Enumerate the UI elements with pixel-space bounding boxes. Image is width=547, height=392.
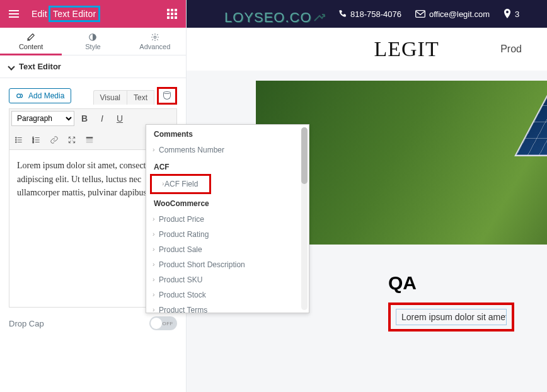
media-icon bbox=[16, 91, 25, 100]
watermark-overlay: LOYSEO.CO bbox=[224, 9, 327, 26]
underline-button[interactable]: U bbox=[112, 111, 127, 126]
svg-rect-18 bbox=[416, 11, 425, 18]
preview-brand-bar: LEGIT Prod bbox=[187, 28, 547, 71]
svg-point-5 bbox=[15, 142, 16, 143]
tab-advanced-label: Advanced bbox=[139, 43, 170, 50]
toolbar-toggle-button[interactable] bbox=[82, 132, 97, 147]
qa-highlight-box: Lorem ipsum dolor sit amet, consect bbox=[388, 303, 514, 331]
tab-advanced[interactable]: Advanced bbox=[124, 28, 186, 55]
preview-nav-item[interactable]: Prod bbox=[500, 43, 522, 55]
add-media-button[interactable]: Add Media bbox=[9, 88, 71, 103]
dyn-item-product-price[interactable]: Product Price bbox=[146, 212, 309, 227]
location-icon bbox=[504, 9, 511, 19]
chevron-down-icon bbox=[8, 63, 14, 70]
qa-section: QA Lorem ipsum dolor sit amet, consect bbox=[388, 272, 514, 331]
dyn-item-product-sku[interactable]: Product SKU bbox=[146, 272, 309, 287]
dyn-item-comments-number[interactable]: Comments Number bbox=[146, 142, 309, 158]
topbar-email-text: office@legit.com bbox=[429, 9, 490, 19]
watermark-arrow-icon bbox=[313, 12, 326, 23]
svg-rect-16 bbox=[86, 139, 93, 141]
svg-point-2 bbox=[17, 94, 21, 98]
svg-point-4 bbox=[15, 139, 16, 141]
header-title: Edit Text Editor bbox=[28, 6, 104, 22]
pencil-icon bbox=[26, 33, 35, 42]
topbar-address-text: 3 bbox=[515, 9, 519, 19]
dyn-item-product-stock[interactable]: Product Stock bbox=[146, 287, 309, 303]
svg-rect-15 bbox=[86, 137, 93, 138]
svg-rect-17 bbox=[86, 141, 93, 142]
svg-point-3 bbox=[15, 137, 16, 139]
preview-nav: Prod bbox=[500, 43, 522, 55]
add-media-label: Add Media bbox=[28, 91, 64, 100]
apps-button[interactable] bbox=[158, 9, 186, 19]
dynamic-tags-button[interactable] bbox=[157, 87, 177, 105]
dyn-cat-comments: Comments bbox=[146, 125, 309, 142]
dyn-item-product-terms[interactable]: Product Terms bbox=[146, 303, 309, 313]
mode-tab-text[interactable]: Text bbox=[127, 90, 154, 105]
dynamic-tags-menu: Comments Comments Number ACF ACF Field W… bbox=[146, 124, 309, 313]
contrast-icon bbox=[88, 33, 97, 42]
editor-toolbar-row: Add Media Visual Text bbox=[9, 87, 177, 105]
dyn-item-product-rating[interactable]: Product Rating bbox=[146, 227, 309, 242]
phone-icon bbox=[338, 9, 347, 18]
dropcap-label: Drop Cap bbox=[9, 319, 44, 328]
topbar-address[interactable]: 3 bbox=[504, 9, 519, 19]
header-title-prefix: Edit bbox=[32, 9, 47, 19]
qa-text-editor-widget[interactable]: Lorem ipsum dolor sit amet, consect bbox=[396, 309, 507, 325]
numbered-list-button[interactable]: 123 bbox=[29, 132, 44, 147]
qa-heading: QA bbox=[388, 272, 514, 294]
svg-point-1 bbox=[154, 36, 156, 38]
dyn-cat-acf: ACF bbox=[146, 158, 309, 175]
watermark-text: LOYSEO.CO bbox=[224, 9, 312, 26]
mode-tab-visual[interactable]: Visual bbox=[93, 90, 127, 105]
bold-button[interactable]: B bbox=[77, 111, 92, 126]
topbar-email[interactable]: office@legit.com bbox=[415, 9, 490, 19]
database-icon bbox=[163, 91, 171, 100]
tab-content-label: Content bbox=[19, 43, 43, 50]
dyn-cat-woocommerce: WooCommerce bbox=[146, 194, 309, 212]
tab-style[interactable]: Style bbox=[62, 28, 124, 55]
editor-tabs: Content Style Advanced bbox=[0, 28, 186, 55]
dyn-item-acf-field[interactable]: ACF Field bbox=[156, 178, 203, 190]
format-select[interactable]: Paragraph bbox=[11, 111, 74, 126]
fullscreen-button[interactable] bbox=[64, 132, 79, 147]
section-toggle[interactable]: Text Editor bbox=[0, 55, 186, 78]
menu-icon[interactable] bbox=[0, 10, 28, 18]
dropcap-state: OFF bbox=[163, 321, 174, 326]
dropcap-toggle[interactable]: OFF bbox=[149, 316, 177, 330]
dyn-item-product-sale[interactable]: Product Sale bbox=[146, 242, 309, 257]
toggle-knob bbox=[151, 318, 162, 329]
dyn-item-product-short-desc[interactable]: Product Short Description bbox=[146, 257, 309, 272]
gear-icon bbox=[151, 33, 159, 42]
section-title: Text Editor bbox=[19, 62, 61, 71]
email-icon bbox=[415, 10, 425, 18]
preview-logo[interactable]: LEGIT bbox=[374, 37, 439, 61]
bulleted-list-button[interactable] bbox=[11, 132, 26, 147]
tab-style-label: Style bbox=[85, 43, 100, 50]
apps-icon bbox=[167, 9, 177, 19]
editor-mode-tabs: Visual Text bbox=[93, 87, 177, 105]
header-title-main: Text Editor bbox=[49, 6, 100, 22]
hamburger-icon bbox=[9, 10, 19, 18]
link-button[interactable] bbox=[47, 132, 62, 147]
topbar-phone-text: 818-758-4076 bbox=[350, 9, 401, 19]
topbar-phone[interactable]: 818-758-4076 bbox=[338, 9, 401, 19]
editor-header: Edit Text Editor bbox=[0, 0, 186, 28]
italic-button[interactable]: I bbox=[95, 111, 110, 126]
svg-text:3: 3 bbox=[33, 141, 35, 144]
tab-content[interactable]: Content bbox=[0, 28, 62, 55]
editor-sidebar: Edit Text Editor Content Style Advanced … bbox=[0, 0, 187, 392]
